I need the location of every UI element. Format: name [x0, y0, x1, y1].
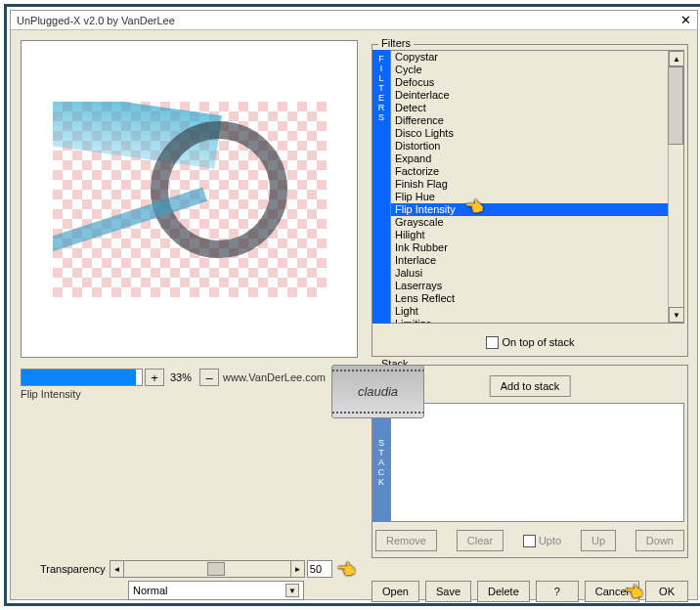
ok-button[interactable]: OK — [645, 581, 688, 602]
blend-mode-value: Normal — [133, 585, 167, 596]
filter-item[interactable]: Flip Intensity👈 — [391, 203, 683, 216]
filter-item[interactable]: Expand — [391, 152, 683, 165]
titlebar: UnPlugged-X v2.0 by VanDerLee ✕ — [11, 11, 697, 30]
transparency-value[interactable]: 50 — [307, 560, 332, 578]
preview-image[interactable] — [53, 102, 327, 297]
filter-item[interactable]: Jalusi — [391, 267, 683, 280]
help-button[interactable]: ? — [536, 581, 579, 602]
on-top-label: On top of stack — [503, 336, 575, 348]
filter-item[interactable]: Interlace — [391, 254, 683, 267]
zoom-out-button[interactable]: – — [199, 369, 219, 386]
filters-scrollbar[interactable]: ▲ ▼ — [668, 51, 683, 323]
filter-item[interactable]: Lens Reflect — [391, 292, 683, 305]
pointer-hand-icon: 👈 — [336, 560, 356, 579]
open-button[interactable]: Open — [372, 581, 419, 602]
on-top-checkbox[interactable] — [486, 336, 499, 349]
remove-button[interactable]: Remove — [375, 530, 437, 551]
delete-button[interactable]: Delete — [477, 581, 530, 602]
save-button[interactable]: Save — [425, 581, 471, 602]
filter-item[interactable]: Factorize — [391, 165, 683, 178]
transparency-slider[interactable]: ◄ ► — [109, 560, 305, 578]
blend-mode-select[interactable]: Normal ▼ — [128, 581, 304, 600]
slider-thumb[interactable] — [207, 562, 225, 576]
filters-list[interactable]: CopystarCycleDefocusDeinterlaceDetectDif… — [390, 50, 684, 324]
clear-button[interactable]: Clear — [457, 530, 503, 551]
scroll-thumb[interactable] — [668, 66, 683, 145]
filter-item[interactable]: Cycle — [391, 64, 683, 76]
down-button[interactable]: Down — [635, 530, 684, 551]
watermark-badge: claudia — [331, 365, 424, 418]
filter-item[interactable]: Detect — [391, 102, 683, 114]
zoom-in-button[interactable]: + — [145, 369, 164, 386]
filters-legend: Filters — [378, 37, 414, 49]
window-title: UnPlugged-X v2.0 by VanDerLee — [17, 15, 175, 26]
chevron-down-icon[interactable]: ▼ — [285, 584, 299, 597]
filter-item[interactable]: Copystar — [391, 51, 683, 64]
filters-side-label: FILTERS — [372, 50, 390, 324]
vendor-url: www.VanDerLee.com — [223, 371, 326, 383]
close-icon[interactable]: ✕ — [676, 13, 695, 28]
filter-item[interactable]: Light — [391, 305, 683, 318]
bottom-button-row: Open Save Delete ? Cancel OK 👈 — [372, 581, 688, 602]
filter-item[interactable]: Limitize — [391, 318, 683, 324]
filter-item[interactable]: Flip Hue — [391, 191, 683, 203]
filter-item[interactable]: Finish Flag — [391, 178, 683, 191]
filter-item[interactable]: Ink Rubber — [391, 241, 683, 254]
progress-bar[interactable] — [21, 369, 143, 386]
slider-right-icon[interactable]: ► — [290, 561, 304, 577]
scroll-down-icon[interactable]: ▼ — [669, 307, 684, 323]
stack-side-label: STACK — [372, 403, 390, 522]
cancel-button[interactable]: Cancel — [585, 581, 639, 602]
dialog-window: UnPlugged-X v2.0 by VanDerLee ✕ + 33% – … — [10, 10, 698, 600]
upto-label: Upto — [539, 535, 561, 546]
transparency-row: Transparency ◄ ► 50 👈 — [40, 559, 358, 579]
filter-item[interactable]: Grayscale — [391, 216, 683, 229]
preview-panel — [21, 40, 358, 358]
filter-item[interactable]: Difference — [391, 114, 683, 127]
stack-list[interactable] — [390, 403, 684, 522]
upto-checkbox[interactable] — [523, 535, 536, 547]
add-to-stack-button[interactable]: Add to stack — [490, 375, 571, 397]
filter-item[interactable]: Hilight — [391, 229, 683, 241]
filter-item[interactable]: Disco Lights — [391, 127, 683, 140]
blend-row: Normal ▼ — [128, 581, 304, 600]
transparency-label: Transparency — [40, 563, 106, 575]
filter-item[interactable]: Distortion — [391, 140, 683, 152]
slider-left-icon[interactable]: ◄ — [110, 561, 124, 577]
filter-item[interactable]: Laserrays — [391, 280, 683, 292]
scroll-up-icon[interactable]: ▲ — [669, 51, 684, 66]
current-filter-label: Flip Intensity — [21, 388, 81, 400]
filter-item[interactable]: Deinterlace — [391, 89, 683, 102]
zoom-row: + 33% – www.VanDerLee.com — [21, 367, 358, 388]
zoom-value: 33% — [170, 371, 192, 383]
filter-item[interactable]: Defocus — [391, 76, 683, 89]
up-button[interactable]: Up — [581, 530, 616, 551]
filters-group: Filters FILTERS CopystarCycleDefocusDein… — [372, 44, 688, 357]
